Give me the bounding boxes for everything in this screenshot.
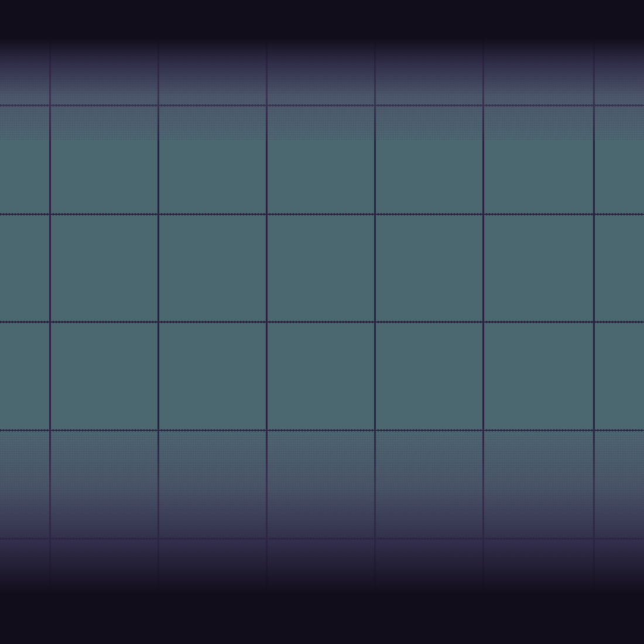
grid-line-horizontal: [0, 213, 644, 215]
grid-line-horizontal: [0, 321, 644, 323]
dither-texture-bottom: [0, 429, 644, 596]
screen: [0, 0, 644, 644]
dither-texture-top: [0, 36, 644, 141]
